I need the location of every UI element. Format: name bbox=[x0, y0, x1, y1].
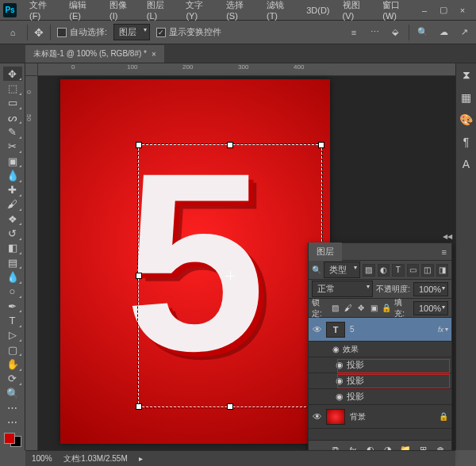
transform-handle-tc[interactable] bbox=[227, 142, 233, 148]
filter-shape-icon[interactable]: ▭ bbox=[407, 264, 420, 277]
show-transform-checkbox[interactable]: ✓ 显示变换控件 bbox=[156, 26, 221, 38]
fg-color-swatch[interactable] bbox=[4, 433, 15, 444]
filter-toggle-icon[interactable]: ◨ bbox=[436, 264, 449, 277]
lock-position-icon[interactable]: ✥ bbox=[356, 303, 366, 314]
menu-layer[interactable]: 图层(L) bbox=[140, 0, 180, 24]
dodge-tool[interactable]: ○ bbox=[3, 285, 22, 299]
dock-history-icon[interactable]: ⧗ bbox=[463, 68, 470, 82]
ellipsis-tool[interactable]: ⋯ bbox=[3, 415, 22, 430]
hand-tool[interactable]: ✋ bbox=[3, 357, 22, 371]
crop-tool[interactable]: ✂ bbox=[3, 139, 22, 154]
layer-name[interactable]: 背景 bbox=[350, 411, 439, 422]
transform-center-icon[interactable] bbox=[225, 271, 235, 281]
effects-header[interactable]: ◉ 效果 bbox=[309, 342, 451, 357]
search-icon[interactable]: 🔍 bbox=[312, 265, 321, 274]
auto-select-target-dropdown[interactable]: 图层 bbox=[113, 24, 150, 40]
lasso-tool[interactable]: ᔕ bbox=[3, 110, 22, 124]
gradient-tool[interactable]: ▤ bbox=[3, 255, 22, 269]
frame-tool[interactable]: ▣ bbox=[3, 154, 22, 168]
transform-handle-bc[interactable] bbox=[227, 403, 233, 410]
status-arrow-icon[interactable]: ▸ bbox=[139, 454, 143, 463]
dock-swatches-icon[interactable]: 🎨 bbox=[459, 113, 473, 126]
menu-type[interactable]: 文字(Y) bbox=[179, 0, 220, 24]
effect-item[interactable]: ◉ 投影 bbox=[309, 373, 451, 389]
menu-3d[interactable]: 3D(D) bbox=[300, 2, 336, 18]
filter-adjust-icon[interactable]: ◐ bbox=[378, 264, 390, 277]
eraser-tool[interactable]: ◧ bbox=[3, 241, 22, 255]
effect-item[interactable]: ◉ 投影 bbox=[309, 357, 451, 373]
distribute-icon[interactable]: ⋯ bbox=[367, 25, 382, 40]
3d-mode-icon[interactable]: ⬙ bbox=[388, 25, 402, 40]
transform-handle-bl[interactable] bbox=[136, 403, 142, 410]
visibility-toggle[interactable]: ◉ bbox=[332, 376, 347, 386]
visibility-toggle[interactable]: 👁 bbox=[309, 324, 326, 335]
dock-character-icon[interactable]: A bbox=[463, 158, 470, 170]
zoom-tool[interactable]: 🔍 bbox=[3, 386, 22, 400]
doc-info[interactable]: 文档:1.03M/2.55M bbox=[63, 453, 128, 464]
menu-select[interactable]: 选择(S) bbox=[220, 0, 260, 24]
menu-image[interactable]: 图像(I) bbox=[103, 0, 140, 24]
move-tool[interactable]: ✥ bbox=[3, 67, 22, 81]
clone-tool[interactable]: ❖ bbox=[3, 212, 22, 226]
lock-artboard-icon[interactable]: ▣ bbox=[369, 303, 378, 314]
healing-tool[interactable]: ✚ bbox=[3, 183, 22, 197]
panel-menu-icon[interactable]: ≡ bbox=[437, 247, 451, 257]
fx-badge[interactable]: fx bbox=[438, 326, 443, 334]
opacity-field[interactable]: 100% bbox=[413, 282, 448, 296]
layer-thumbnail[interactable]: T bbox=[326, 322, 345, 338]
rotate-tool[interactable]: ⟳ bbox=[3, 372, 22, 386]
lock-transparency-icon[interactable]: ▨ bbox=[331, 303, 340, 314]
type-tool[interactable]: T bbox=[3, 313, 22, 327]
lock-pixels-icon[interactable]: 🖌 bbox=[344, 303, 353, 314]
effect-item[interactable]: ◉ 投影 bbox=[309, 389, 451, 405]
brush-tool[interactable]: 🖌 bbox=[3, 197, 22, 212]
cloud-icon[interactable]: ☁ bbox=[436, 25, 451, 40]
transform-box[interactable] bbox=[138, 144, 322, 407]
artboard-tool[interactable]: ⬚ bbox=[3, 81, 22, 95]
transform-handle-tr[interactable] bbox=[318, 142, 324, 148]
layer-row[interactable]: 👁 T 5 fx ▾ bbox=[309, 318, 451, 342]
filter-smart-icon[interactable]: ◫ bbox=[421, 264, 434, 277]
layer-thumbnail[interactable] bbox=[326, 409, 345, 425]
menu-filter[interactable]: 滤镜(T) bbox=[260, 0, 300, 24]
fx-expand-icon[interactable]: ▾ bbox=[445, 326, 448, 333]
blend-mode-dropdown[interactable]: 正常 bbox=[312, 281, 373, 297]
layer-row[interactable]: 👁 背景 🔒 bbox=[309, 405, 451, 429]
close-button[interactable]: × bbox=[457, 5, 468, 16]
rectangle-tool[interactable]: ▢ bbox=[3, 342, 22, 357]
marquee-tool[interactable]: ▭ bbox=[3, 96, 22, 110]
move-tool-icon[interactable]: ✥ bbox=[34, 26, 44, 39]
layers-tab[interactable]: 图层 bbox=[309, 243, 342, 261]
filter-pixel-icon[interactable]: ▨ bbox=[363, 264, 375, 277]
color-swatches[interactable] bbox=[4, 433, 21, 447]
lock-all-icon[interactable]: 🔒 bbox=[382, 303, 391, 314]
dock-paragraph-icon[interactable]: ¶ bbox=[463, 136, 470, 148]
transform-handle-ml[interactable] bbox=[136, 273, 142, 279]
pen-tool[interactable]: ✒ bbox=[3, 299, 22, 313]
zoom-level[interactable]: 100% bbox=[32, 454, 52, 463]
visibility-toggle[interactable]: 👁 bbox=[309, 411, 326, 422]
horizontal-ruler[interactable]: 0 100 200 300 400 bbox=[38, 63, 455, 76]
edit-toolbar-tool[interactable]: ⋯ bbox=[3, 400, 22, 414]
vertical-ruler[interactable]: 0 50 bbox=[25, 76, 38, 450]
panel-expand-icon[interactable]: ◀◀ bbox=[443, 233, 452, 240]
blur-tool[interactable]: 💧 bbox=[3, 269, 22, 284]
fill-field[interactable]: 100% bbox=[413, 301, 448, 315]
layer-name[interactable]: 5 bbox=[350, 325, 438, 334]
filter-type-icon[interactable]: T bbox=[392, 264, 405, 277]
align-icon[interactable]: ≡ bbox=[347, 25, 361, 40]
minimize-button[interactable]: – bbox=[419, 5, 430, 16]
auto-select-checkbox[interactable]: 自动选择: bbox=[57, 26, 107, 38]
document-tab[interactable]: 未标题-1 @ 100% (5, RGB/8#) * × bbox=[25, 45, 164, 63]
dock-properties-icon[interactable]: ▦ bbox=[461, 91, 471, 104]
quick-select-tool[interactable]: ✎ bbox=[3, 124, 22, 139]
visibility-toggle[interactable]: ◉ bbox=[332, 360, 347, 370]
document-canvas[interactable]: 5 bbox=[60, 79, 330, 444]
visibility-toggle[interactable]: ◉ bbox=[332, 392, 347, 402]
search-icon[interactable]: 🔍 bbox=[416, 25, 430, 40]
home-button[interactable]: ⌂ bbox=[5, 25, 21, 40]
filter-type-dropdown[interactable]: 类型 bbox=[324, 262, 360, 278]
history-brush-tool[interactable]: ↺ bbox=[3, 226, 22, 240]
tab-close-icon[interactable]: × bbox=[152, 50, 156, 59]
maximize-button[interactable]: ▢ bbox=[438, 5, 449, 16]
